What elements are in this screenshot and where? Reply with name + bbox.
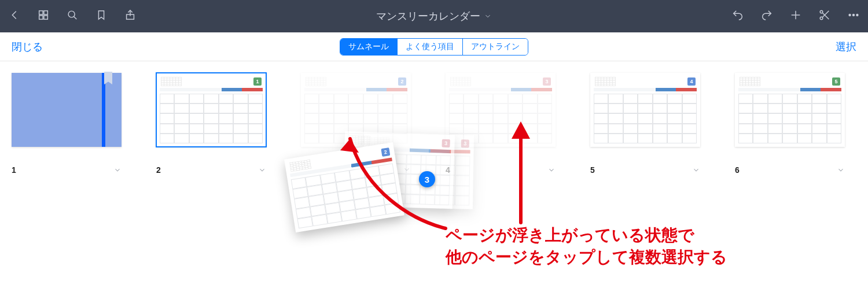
chevron-down-icon[interactable] xyxy=(692,166,700,174)
thumb-column: 1 xyxy=(12,73,122,175)
month-badge: 1 xyxy=(253,77,262,86)
svg-point-13 xyxy=(849,14,851,16)
topbar-right-group xyxy=(731,9,860,24)
month-badge: 2 xyxy=(398,77,406,86)
svg-point-15 xyxy=(856,14,858,16)
svg-point-9 xyxy=(820,10,823,13)
annotation-line2: 他のページをタップして複数選択する xyxy=(446,246,727,268)
select-button[interactable]: 選択 xyxy=(836,40,856,54)
thumb-column: 3 4 xyxy=(446,73,556,175)
svg-line-5 xyxy=(74,17,77,20)
chevron-down-icon[interactable] xyxy=(258,166,266,174)
close-button[interactable]: 閉じる xyxy=(12,40,43,54)
page-thumbnail[interactable]: 1 xyxy=(156,73,266,147)
share-icon[interactable] xyxy=(124,9,137,24)
chevron-down-icon[interactable] xyxy=(547,166,556,174)
svg-rect-0 xyxy=(39,11,43,14)
svg-rect-2 xyxy=(39,16,43,19)
chevron-down-icon xyxy=(484,12,492,20)
page-number: 6 xyxy=(735,165,740,175)
undo-icon[interactable] xyxy=(731,9,744,24)
page-thumbnail[interactable]: 3 xyxy=(446,73,556,147)
topbar-left-group xyxy=(8,9,137,24)
segment-favorites[interactable]: よく使う項目 xyxy=(398,39,463,55)
more-icon[interactable] xyxy=(847,9,860,24)
bookmark-icon[interactable] xyxy=(95,9,108,24)
thumb-column: 1 2 xyxy=(156,73,266,175)
page-thumbnail[interactable]: 4 xyxy=(590,73,700,147)
annotation-text: ページが浮き上がっている状態で 他のページをタップして複数選択する xyxy=(446,224,727,268)
thumb-column: 4 5 xyxy=(590,73,700,175)
add-icon[interactable] xyxy=(789,9,802,24)
month-badge: 3 xyxy=(543,77,551,86)
segment-outline[interactable]: アウトライン xyxy=(463,39,528,55)
scissors-icon[interactable] xyxy=(818,9,831,24)
chevron-down-icon[interactable] xyxy=(113,166,122,174)
page-thumbnail[interactable]: 5 xyxy=(735,73,845,147)
page-number: 1 xyxy=(12,165,16,175)
view-toolbar: 閉じる サムネール よく使う項目 アウトライン 選択 xyxy=(0,32,868,61)
document-title[interactable]: マンスリーカレンダー xyxy=(376,9,492,23)
segment-thumbnail[interactable]: サムネール xyxy=(340,39,398,55)
month-badge: 4 xyxy=(687,77,696,86)
search-icon[interactable] xyxy=(66,9,79,24)
back-icon[interactable] xyxy=(8,9,21,24)
annotation-line1: ページが浮き上がっている状態で xyxy=(446,224,727,246)
svg-point-4 xyxy=(68,11,75,17)
svg-point-10 xyxy=(820,17,823,20)
selection-count-badge: 3 xyxy=(419,171,435,187)
month-badge: 5 xyxy=(832,77,840,86)
grid-icon[interactable] xyxy=(37,9,50,24)
redo-icon[interactable] xyxy=(760,9,773,24)
page-number: 4 xyxy=(446,165,450,175)
svg-point-14 xyxy=(853,14,855,16)
thumbnails-area: 1 1 2 2 xyxy=(0,61,868,175)
thumb-column: 5 6 xyxy=(735,73,845,175)
page-number: 5 xyxy=(590,165,595,175)
page-number: 2 xyxy=(156,165,161,175)
svg-rect-1 xyxy=(44,11,47,14)
page-thumbnail[interactable]: 2 xyxy=(301,73,411,147)
page-thumbnail-cover[interactable] xyxy=(12,73,122,147)
view-segmented-control: サムネール よく使う項目 アウトライン xyxy=(340,38,528,56)
thumb-column: 2 xyxy=(301,73,411,175)
chevron-down-icon[interactable] xyxy=(837,166,845,174)
svg-rect-3 xyxy=(44,16,47,19)
app-topbar: マンスリーカレンダー xyxy=(0,0,868,32)
chevron-down-icon[interactable] xyxy=(403,165,411,173)
document-title-text: マンスリーカレンダー xyxy=(376,9,480,23)
